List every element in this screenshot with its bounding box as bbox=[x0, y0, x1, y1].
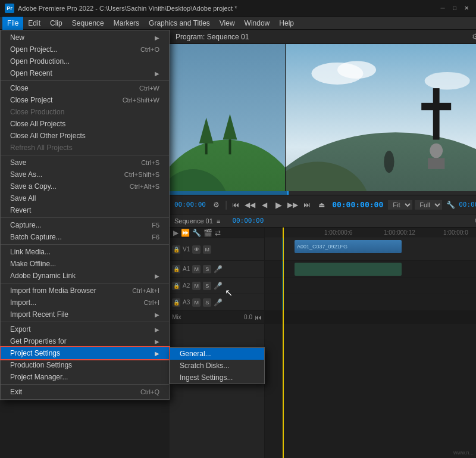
submenu-ingest-settings[interactable]: Ingest Settings... bbox=[170, 372, 264, 384]
track-a3-area[interactable] bbox=[265, 294, 476, 311]
transport-back-btn[interactable]: ◀◀ bbox=[244, 199, 256, 211]
transport-forward-btn[interactable]: ▶▶ bbox=[287, 199, 299, 211]
mix-value: 0.0 bbox=[244, 314, 252, 320]
menu-revert[interactable]: Revert bbox=[1, 204, 169, 216]
program-monitor-canvas[interactable] bbox=[286, 44, 476, 191]
menu-close-project[interactable]: Close Project Ctrl+Shift+W bbox=[1, 94, 169, 106]
timecode-center: 00:00:00:00 bbox=[332, 200, 383, 209]
wrench-btn[interactable]: 🔧 bbox=[444, 199, 456, 211]
track-a3-mic[interactable]: 🎤 bbox=[214, 298, 223, 307]
video-clip-a001[interactable]: A001_C037_0921FG bbox=[295, 240, 402, 253]
transport-step-fwd-btn[interactable]: ⏭ bbox=[301, 199, 313, 211]
track-tool-3[interactable]: 🔧 bbox=[192, 229, 201, 237]
track-tool-5[interactable]: ⇄ bbox=[215, 229, 221, 237]
menu-close[interactable]: Close Ctrl+W bbox=[1, 82, 169, 94]
ruler: 1:00:000:6 1:00:000:12 1:00:00:0 bbox=[265, 228, 476, 238]
track-a2-solo[interactable]: S bbox=[203, 282, 211, 290]
menu-link-media[interactable]: Link Media... bbox=[1, 246, 169, 258]
menu-item-help[interactable]: Help bbox=[274, 17, 299, 30]
track-v1-mute[interactable]: M bbox=[203, 245, 211, 254]
menu-project-manager[interactable]: Project Manager... bbox=[1, 371, 169, 383]
track-a1-area[interactable] bbox=[265, 261, 476, 278]
track-a1-mute[interactable]: M bbox=[192, 265, 201, 273]
track-a3-mute[interactable]: M bbox=[192, 298, 201, 307]
minimize-button[interactable]: ─ bbox=[438, 4, 447, 13]
mix-icon[interactable]: ⏮ bbox=[255, 313, 262, 322]
menu-dynamic-link[interactable]: Adobe Dynamic Link ▶ bbox=[1, 270, 169, 282]
menu-make-offline[interactable]: Make Offline... bbox=[1, 258, 169, 270]
close-button[interactable]: ✕ bbox=[462, 4, 471, 13]
menu-exit[interactable]: Exit Ctrl+Q bbox=[1, 386, 169, 398]
menu-save-as[interactable]: Save As... Ctrl+Shift+S bbox=[1, 169, 169, 180]
track-tool-2[interactable]: ⏩ bbox=[181, 229, 190, 237]
menu-export[interactable]: Export ▶ bbox=[1, 323, 169, 335]
playhead-a3 bbox=[283, 294, 283, 310]
menu-item-file[interactable]: File bbox=[2, 17, 23, 30]
menu-save-copy[interactable]: Save a Copy... Ctrl+Alt+S bbox=[1, 180, 169, 192]
menu-import-media-browser[interactable]: Import from Media Browser Ctrl+Alt+I bbox=[1, 285, 169, 297]
track-mix-label: Mix bbox=[172, 314, 181, 320]
main-layout: New ▶ Open Project... Ctrl+O Open Produc… bbox=[0, 30, 476, 458]
menu-batch-capture[interactable]: Batch Capture... F6 bbox=[1, 231, 169, 243]
mix-area bbox=[265, 311, 476, 324]
track-label-a1: 🔒 A1 M S 🎤 bbox=[170, 261, 264, 278]
track-v1-area[interactable]: A001_C037_0921FG bbox=[265, 238, 476, 261]
menu-open-project[interactable]: Open Project... Ctrl+O bbox=[1, 43, 169, 55]
transport-rewind-btn[interactable]: ◀ bbox=[258, 199, 270, 211]
menu-item-markers[interactable]: Markers bbox=[109, 17, 144, 30]
menu-get-properties[interactable]: Get Properties for ▶ bbox=[1, 335, 169, 347]
track-a2-area[interactable] bbox=[265, 278, 476, 294]
source-monitor-canvas[interactable] bbox=[170, 44, 286, 191]
track-a1-mic[interactable]: 🎤 bbox=[214, 265, 223, 273]
menu-import-recent[interactable]: Import Recent File ▶ bbox=[1, 309, 169, 320]
menu-close-all-projects[interactable]: Close All Projects bbox=[1, 118, 169, 130]
transport-step-back-btn[interactable]: ⏮ bbox=[230, 199, 242, 211]
menu-open-production[interactable]: Open Production... bbox=[1, 55, 169, 67]
submenu-scratch-disks[interactable]: Scratch Disks... bbox=[170, 360, 264, 372]
track-a2-lock[interactable]: 🔒 bbox=[172, 282, 180, 290]
menu-production-settings[interactable]: Production Settings bbox=[1, 359, 169, 371]
menu-item-clip[interactable]: Clip bbox=[45, 17, 67, 30]
menu-close-all-other[interactable]: Close All Other Projects bbox=[1, 130, 169, 142]
menu-import[interactable]: Import... Ctrl+I bbox=[1, 297, 169, 309]
full-dropdown[interactable]: Full bbox=[415, 200, 442, 210]
track-v1-lock[interactable]: 🔒 bbox=[172, 245, 180, 254]
monitor-settings-icon[interactable]: ⚙ bbox=[472, 32, 476, 41]
transport-eject-btn[interactable]: ⏏ bbox=[315, 199, 327, 211]
menu-item-graphics[interactable]: Graphics and Titles bbox=[144, 17, 215, 30]
track-a3-id: A3 bbox=[183, 299, 190, 306]
transport-settings-btn[interactable]: ⚙ bbox=[211, 199, 223, 211]
submenu-general[interactable]: General... bbox=[170, 348, 264, 360]
track-a3-solo[interactable]: S bbox=[203, 298, 211, 307]
right-panel: Program: Sequence 01 ⚙ ⬆ ⤢ bbox=[170, 30, 476, 458]
track-a3-lock[interactable]: 🔒 bbox=[172, 298, 180, 307]
scrub-bar[interactable] bbox=[170, 191, 476, 195]
track-a2-mic[interactable]: 🎤 bbox=[214, 282, 223, 290]
menu-project-settings[interactable]: Project Settings ▶ bbox=[1, 347, 169, 359]
fit-dropdown[interactable]: Fit bbox=[388, 200, 412, 210]
menu-section-7: Export ▶ Get Properties for ▶ Project Se… bbox=[1, 322, 169, 385]
track-a1-solo[interactable]: S bbox=[203, 265, 211, 273]
ruler-mark-3: 1:00:00:0 bbox=[443, 229, 468, 236]
track-v1-eye[interactable]: 👁 bbox=[192, 245, 201, 254]
menu-open-recent[interactable]: Open Recent ▶ bbox=[1, 67, 169, 79]
maximize-button[interactable]: □ bbox=[450, 4, 459, 13]
menu-item-edit[interactable]: Edit bbox=[23, 17, 45, 30]
ruler-mark-2: 1:00:000:12 bbox=[384, 229, 415, 236]
track-a2-mute[interactable]: M bbox=[192, 282, 201, 290]
track-a1-lock[interactable]: 🔒 bbox=[172, 265, 180, 273]
transport-play-btn[interactable]: ▶ bbox=[273, 199, 284, 211]
track-tool-4[interactable]: 🎬 bbox=[203, 229, 212, 237]
menu-new[interactable]: New ▶ bbox=[1, 32, 169, 43]
track-tool-1[interactable]: ▶ bbox=[173, 229, 178, 237]
menu-item-window[interactable]: Window bbox=[240, 17, 275, 30]
menu-capture[interactable]: Capture... F5 bbox=[1, 219, 169, 231]
audio-clip-a1[interactable] bbox=[295, 263, 402, 276]
window-title: Adobe Premiere Pro 2022 - C:\Users\Sachi… bbox=[18, 5, 438, 12]
menu-item-view[interactable]: View bbox=[215, 17, 240, 30]
menu-save-all[interactable]: Save All bbox=[1, 192, 169, 204]
svg-point-10 bbox=[425, 72, 470, 90]
menu-save[interactable]: Save Ctrl+S bbox=[1, 157, 169, 169]
menu-item-sequence[interactable]: Sequence bbox=[67, 17, 109, 30]
window-controls: ─ □ ✕ bbox=[438, 4, 471, 13]
